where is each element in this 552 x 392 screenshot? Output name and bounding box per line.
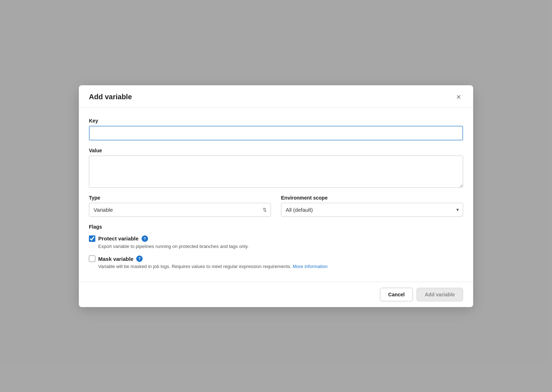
modal-body: Key Value Type Variable File ⇅ [79, 108, 473, 282]
type-select-wrapper: Variable File ⇅ [89, 203, 271, 217]
key-field-group: Key [89, 118, 463, 140]
mask-variable-item: Mask variable ? Variable will be masked … [89, 254, 463, 273]
type-env-row: Type Variable File ⇅ Environment scope A… [89, 195, 463, 217]
type-group: Type Variable File ⇅ [89, 195, 271, 217]
key-input[interactable] [89, 126, 463, 140]
protect-variable-label[interactable]: Protect variable [98, 235, 139, 242]
modal-footer: Cancel Add variable [79, 282, 473, 307]
protect-variable-row: Protect variable ? [89, 235, 463, 242]
flags-section: Flags Protect variable ? Export variable… [89, 224, 463, 273]
protect-variable-description: Export variable to pipelines running on … [98, 243, 463, 250]
mask-variable-label[interactable]: Mask variable [98, 256, 133, 262]
add-variable-modal: Add variable × Key Value Type [79, 85, 473, 307]
type-label: Type [89, 195, 271, 201]
value-label: Value [89, 148, 463, 153]
protect-help-icon[interactable]: ? [142, 235, 148, 242]
cancel-button[interactable]: Cancel [380, 288, 413, 301]
mask-description-text: Variable will be masked in job logs. Req… [98, 264, 291, 269]
protect-variable-checkbox[interactable] [89, 235, 95, 242]
value-field-group: Value [89, 148, 463, 188]
more-information-link[interactable]: More information [292, 264, 328, 269]
env-scope-select-wrapper: All (default) production staging ▾ [281, 203, 463, 217]
env-scope-select[interactable]: All (default) production staging [281, 203, 463, 217]
mask-variable-row: Mask variable ? [89, 255, 463, 262]
value-textarea[interactable] [89, 156, 463, 188]
mask-help-icon[interactable]: ? [136, 255, 143, 262]
protect-variable-item: Protect variable ? Export variable to pi… [89, 234, 463, 253]
modal-title: Add variable [89, 93, 132, 101]
mask-variable-description: Variable will be masked in job logs. Req… [98, 263, 463, 270]
modal-overlay: Add variable × Key Value Type [0, 0, 552, 392]
env-scope-group: Environment scope All (default) producti… [281, 195, 463, 217]
add-variable-button[interactable]: Add variable [417, 288, 463, 301]
type-select[interactable]: Variable File [89, 203, 271, 217]
flags-title: Flags [89, 224, 463, 230]
key-label: Key [89, 118, 463, 124]
mask-variable-checkbox[interactable] [89, 255, 95, 262]
close-button[interactable]: × [454, 92, 463, 102]
env-scope-label: Environment scope [281, 195, 463, 201]
modal-header: Add variable × [79, 85, 473, 108]
